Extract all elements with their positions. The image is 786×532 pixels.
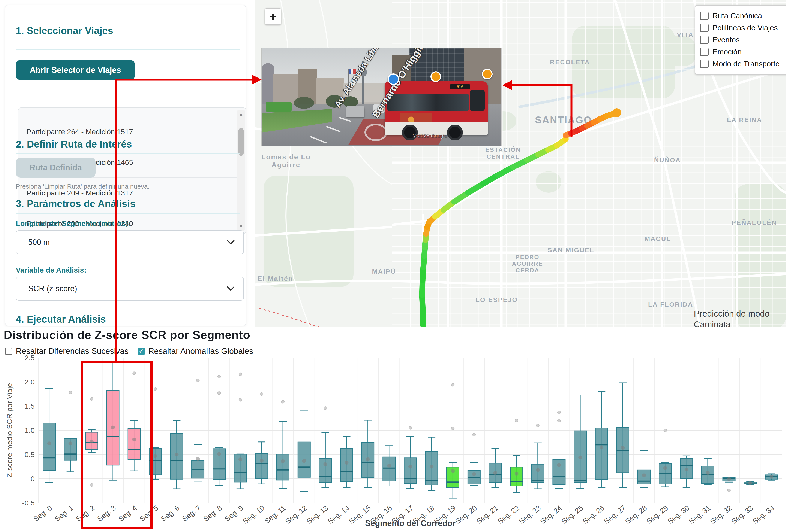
x-tick-label: Seg. 32	[709, 504, 734, 526]
scrollbar-thumb[interactable]	[238, 128, 244, 156]
x-tick-label: Seg. 29	[645, 504, 670, 526]
x-tick-label: Seg. 26	[581, 504, 606, 526]
outlier-dot	[536, 424, 539, 427]
chevron-down-icon	[227, 286, 235, 291]
bus-wheel	[447, 125, 463, 141]
mean-dot	[706, 471, 710, 475]
segment-length-label: Longitud del Segmento (metros):	[16, 219, 131, 227]
mean-dot	[557, 463, 561, 467]
photo-copyright: © 2025 Google	[413, 133, 447, 139]
map-zoom-in-button[interactable]: +	[264, 8, 281, 25]
mean-dot	[451, 469, 455, 473]
analysis-variable-select[interactable]: SCR (z-score)	[16, 276, 244, 300]
mean-dot	[685, 467, 689, 471]
mean-dot	[769, 475, 773, 479]
divider	[16, 49, 240, 50]
bus-windows	[388, 94, 469, 111]
event-marker-icon[interactable]	[482, 69, 493, 79]
outlier-dot	[260, 393, 263, 396]
route-endpoint	[612, 108, 621, 117]
outlier-dot	[239, 373, 242, 376]
x-tick-label: Seg. 8	[202, 504, 224, 523]
box	[383, 457, 395, 481]
mean-dot	[69, 441, 72, 445]
box	[595, 428, 608, 480]
mean-dot	[430, 465, 434, 469]
box	[277, 454, 289, 480]
x-axis-title: Segmento del Corredor	[365, 519, 456, 528]
x-tick-label: Seg. 4	[117, 504, 139, 523]
mean-dot	[281, 459, 285, 463]
x-tick-label: Seg. 9	[223, 504, 245, 523]
layer-checkbox[interactable]	[700, 48, 709, 56]
chart-panel: Distribución de Z-score SCR por Segmento…	[0, 327, 786, 532]
outlier-dot	[90, 397, 93, 400]
step1-title: 1. Seleccionar Viajes	[16, 25, 113, 37]
box	[341, 448, 353, 482]
layer-toggle-row: Eventos	[700, 34, 785, 46]
layer-label: Ruta Canónica	[713, 11, 762, 20]
box	[128, 428, 140, 459]
event-marker-icon[interactable]	[431, 71, 441, 82]
mean-dot	[642, 473, 646, 477]
x-tick-label: Seg. 33	[730, 504, 755, 526]
layer-toggle-row: Emoción	[700, 46, 785, 58]
tree	[294, 97, 314, 109]
mean-dot	[366, 458, 370, 461]
outlier-dot	[239, 398, 242, 402]
x-tick-label: Seg. 14	[326, 504, 351, 526]
outlier-dot	[69, 391, 72, 394]
mean-dot	[238, 458, 242, 461]
open-trip-selector-button[interactable]: Abrir Selector de Viajes	[16, 60, 135, 80]
mean-dot	[664, 466, 667, 470]
street-view-photo: 516 Av. Alameda Libertador Bernardo O'Hi…	[262, 48, 502, 146]
y-tick-label: 0	[31, 475, 35, 483]
layer-toggle-row: Polilíneas de Viajes	[700, 22, 785, 34]
box	[43, 423, 55, 470]
outlier-dot	[90, 483, 93, 486]
scroll-up-icon[interactable]: ▲	[237, 110, 245, 119]
divider	[16, 153, 240, 154]
layer-checkbox[interactable]	[700, 11, 709, 20]
y-tick-label: 2.0	[25, 378, 35, 386]
red-bus: 516	[385, 81, 488, 135]
mean-dot	[302, 459, 306, 463]
segment-length-select[interactable]: 500 m	[16, 231, 244, 254]
bus-rear-window	[470, 90, 485, 111]
chevron-down-icon	[227, 240, 235, 245]
mean-dot	[727, 477, 731, 481]
mean-dot	[578, 456, 582, 459]
x-tick-label: Seg. 34	[751, 504, 776, 526]
layer-checkbox[interactable]	[700, 59, 709, 68]
x-tick-label: Seg. 30	[666, 504, 691, 526]
outlier-dot	[281, 400, 284, 403]
mean-dot	[472, 473, 476, 476]
green-bus	[266, 102, 292, 112]
scroll-down-icon[interactable]: ▼	[237, 221, 245, 231]
route-defined-button[interactable]: Ruta Definida	[16, 158, 96, 178]
layer-checkbox[interactable]	[700, 35, 709, 44]
step2-title: 2. Definir Ruta de Interés	[16, 138, 132, 150]
outlier-dot	[218, 375, 221, 378]
outlier-dot	[451, 383, 454, 386]
outlier-dot	[154, 388, 157, 391]
x-tick-label: Seg. 6	[159, 504, 181, 523]
mean-dot	[90, 439, 94, 443]
x-tick-label: Seg. 10	[241, 504, 266, 526]
layer-label: Emoción	[713, 48, 742, 56]
outlier-dot	[409, 427, 412, 430]
y-tick-label: 1.5	[25, 402, 35, 410]
x-tick-label: Seg. 0	[32, 504, 53, 523]
car	[346, 105, 365, 117]
layer-checkbox[interactable]	[700, 24, 709, 32]
control-sidebar: 1. Seleccionar Viajes Abrir Selector de …	[5, 5, 247, 326]
mean-dot	[621, 446, 625, 450]
x-tick-label: Seg. 3	[96, 504, 117, 523]
outlier-dot	[558, 419, 560, 422]
layer-label: Modo de Transporte	[713, 59, 780, 68]
layer-toggle-row: Modo de Transporte	[700, 58, 785, 70]
y-axis-title: Z-score medio SCR por Viaje	[5, 383, 14, 478]
camera-marker-icon[interactable]	[388, 73, 399, 85]
map-canvas[interactable]: RECOLETAVITALA REINAÑUÑOAPEÑALOLÉNMACULS…	[255, 0, 786, 329]
mean-dot	[196, 457, 200, 461]
